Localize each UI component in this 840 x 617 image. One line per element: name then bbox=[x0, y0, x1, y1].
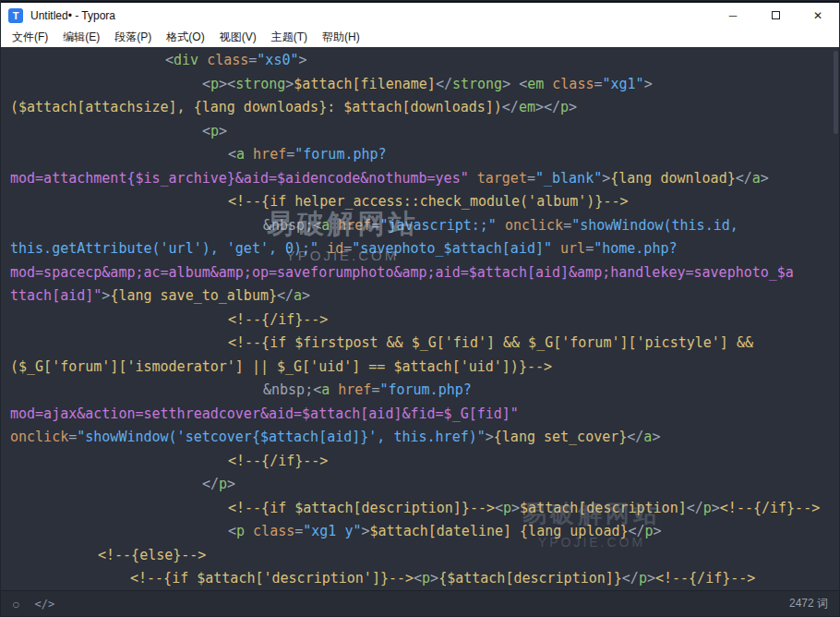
code-line[interactable]: <p> bbox=[10, 120, 830, 144]
code-token: = bbox=[563, 217, 571, 234]
code-token: > bbox=[647, 570, 655, 587]
code-line[interactable]: <!--{if helper_access::check_module('alb… bbox=[10, 190, 830, 214]
code-lines: <div class="xs0"><p><strong>$attach[file… bbox=[10, 49, 830, 590]
code-token: mod=ajax&action=setthreadcover&aid=$atta… bbox=[10, 405, 519, 422]
code-token: "_blank" bbox=[535, 170, 602, 187]
code-token: </ bbox=[436, 76, 452, 92]
code-line[interactable]: <a href="forum.php? bbox=[10, 143, 830, 167]
code-token: >< bbox=[219, 76, 235, 92]
code-token: $attach[dateline] {lang upload} bbox=[370, 523, 629, 539]
code-token: > bbox=[302, 287, 310, 304]
code-token: > bbox=[362, 523, 370, 539]
code-token: < bbox=[495, 500, 503, 516]
code-token: > bbox=[486, 429, 494, 445]
code-token: {lang save_to_album} bbox=[110, 287, 277, 304]
code-token: a bbox=[752, 170, 761, 187]
code-line[interactable]: this.getAttribute('url'), 'get', 0);" id… bbox=[10, 237, 830, 261]
code-line[interactable]: ($attach[attachsize], {lang downloads}: … bbox=[10, 96, 830, 120]
code-line[interactable]: mod=spacecp&amp;ac=album&amp;op=saveforu… bbox=[10, 261, 830, 285]
code-token: {$attach[description]} bbox=[438, 570, 622, 587]
code-token: {lang download} bbox=[610, 170, 735, 187]
code-token: div bbox=[174, 52, 198, 68]
minimize-button[interactable]: ─ bbox=[712, 3, 754, 28]
title-bar[interactable]: T Untitled• - Typora ─ ✕ bbox=[1, 3, 839, 28]
maximize-button[interactable] bbox=[754, 3, 797, 28]
menu-item-themes[interactable]: 主题(T) bbox=[264, 28, 315, 47]
code-line[interactable]: mod=ajax&action=setthreadcover&aid=$atta… bbox=[10, 403, 830, 427]
code-token: &nbsp; bbox=[263, 381, 313, 398]
code-token: "showWindow('setcover{$attach[aid]}', th… bbox=[77, 429, 486, 445]
code-token: <!--{/if}--> bbox=[720, 500, 820, 516]
status-bar: ○ </> 2472 词 bbox=[1, 590, 839, 616]
source-code-mode-icon[interactable]: </> bbox=[34, 598, 54, 611]
code-token: p bbox=[645, 523, 654, 539]
maximize-icon bbox=[772, 11, 780, 19]
close-icon: ✕ bbox=[813, 9, 822, 22]
code-line[interactable]: <!--{if $firstpost && $_G['fid'] && $_G[… bbox=[10, 332, 830, 356]
code-token: p bbox=[219, 476, 227, 492]
code-token: > bbox=[761, 170, 769, 187]
menu-item-format[interactable]: 格式(O) bbox=[159, 28, 211, 47]
close-button[interactable]: ✕ bbox=[797, 3, 839, 28]
code-token: > bbox=[511, 500, 520, 516]
code-token: > bbox=[712, 500, 720, 516]
menu-item-paragraph[interactable]: 段落(P) bbox=[107, 28, 159, 47]
code-line[interactable]: <!--{else}--> bbox=[10, 544, 830, 568]
code-line[interactable]: onclick="showWindow('setcover{$attach[ai… bbox=[10, 426, 830, 450]
code-token: </ bbox=[202, 476, 219, 492]
code-token: ($attach[attachsize], {lang downloads}: … bbox=[10, 99, 502, 115]
scrollbar-thumb[interactable] bbox=[834, 51, 838, 134]
code-token: <!--{/if}--> bbox=[228, 453, 328, 469]
code-token: < bbox=[165, 52, 174, 68]
code-token: > bbox=[227, 476, 235, 492]
code-token: "xg1 y" bbox=[303, 523, 361, 539]
code-line[interactable]: <!--{if $attach[description]}--><p>$atta… bbox=[10, 497, 830, 521]
code-line[interactable]: <!--{if $attach['description']}--><p>{$a… bbox=[10, 567, 830, 590]
code-line[interactable]: <!--{/if}--> bbox=[10, 450, 830, 474]
code-token: > bbox=[299, 52, 307, 68]
code-token: href bbox=[330, 217, 371, 234]
code-token: > bbox=[569, 99, 577, 115]
code-token: ($_G['forum']['ismoderator'] || $_G['uid… bbox=[10, 358, 552, 375]
menu-item-view[interactable]: 视图(V) bbox=[212, 28, 264, 47]
code-token: </ bbox=[277, 287, 294, 304]
code-token: a bbox=[236, 146, 245, 163]
code-line[interactable]: &nbsp;<a href="javascript:;" onclick="sh… bbox=[10, 214, 830, 238]
code-line[interactable]: <!--{/if}--> bbox=[10, 308, 830, 333]
code-line[interactable]: ttach[aid]">{lang save_to_album}</a> bbox=[10, 284, 830, 308]
code-token: this.getAttribute('url'), 'get', 0);" bbox=[10, 240, 318, 257]
word-count: 2472 词 bbox=[789, 596, 828, 611]
code-token: < bbox=[313, 217, 321, 234]
menu-item-help[interactable]: 帮助(H) bbox=[315, 28, 367, 47]
code-token: strong bbox=[235, 76, 285, 92]
code-token: em bbox=[519, 99, 535, 115]
code-line[interactable]: mod=attachment{$is_archive}&aid=$aidenco… bbox=[10, 167, 830, 191]
code-token: p bbox=[639, 570, 647, 587]
code-token: < bbox=[202, 123, 210, 139]
code-token: <!--{/if}--> bbox=[228, 311, 328, 328]
code-line[interactable]: <p><strong>$attach[filename]</strong> <e… bbox=[10, 73, 830, 97]
code-token: $attach[description] bbox=[520, 500, 687, 516]
code-token: <!--{/if}--> bbox=[655, 570, 755, 587]
code-token: = bbox=[585, 240, 594, 257]
source-code-editor[interactable]: <div class="xs0"><p><strong>$attach[file… bbox=[1, 47, 839, 590]
code-token: <!--{if helper_access::check_module('alb… bbox=[228, 193, 628, 210]
code-line[interactable]: </p> bbox=[10, 473, 830, 497]
code-line[interactable]: <div class="xs0"> bbox=[10, 49, 830, 73]
menu-item-edit[interactable]: 编辑(E) bbox=[55, 28, 107, 47]
code-line[interactable]: <p class="xg1 y">$attach[dateline] {lang… bbox=[10, 520, 830, 544]
menu-bar: 文件(F) 编辑(E) 段落(P) 格式(O) 视图(V) 主题(T) 帮助(H… bbox=[1, 28, 839, 47]
code-token: "forum.php? bbox=[294, 146, 386, 163]
code-line[interactable]: &nbsp;<a href="forum.php? bbox=[10, 379, 830, 403]
code-token: class bbox=[198, 52, 248, 68]
code-token: p bbox=[236, 523, 245, 539]
menu-item-file[interactable]: 文件(F) bbox=[5, 28, 55, 47]
code-token: em bbox=[527, 76, 544, 92]
code-token: ttach[aid]" bbox=[10, 287, 102, 304]
code-token: "showWindow(this.id, bbox=[571, 217, 738, 234]
code-token: <!--{if $firstpost && $_G['fid'] && $_G[… bbox=[228, 334, 753, 351]
code-token: = bbox=[286, 146, 294, 163]
code-token: > bbox=[652, 429, 660, 445]
outline-toggle-icon[interactable]: ○ bbox=[12, 597, 19, 611]
code-line[interactable]: ($_G['forum']['ismoderator'] || $_G['uid… bbox=[10, 356, 830, 380]
